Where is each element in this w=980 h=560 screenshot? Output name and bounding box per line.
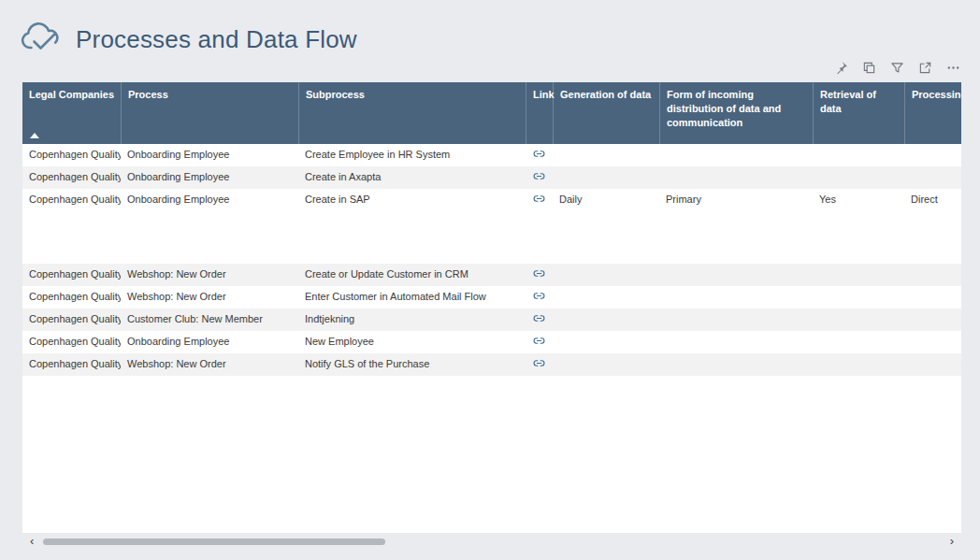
column-header-label: Link (533, 89, 555, 100)
cell-legal: Copenhagen Quality (22, 166, 121, 189)
cell-form (659, 309, 813, 331)
link-icon (533, 335, 545, 347)
cell-process: Webshop: New Order (121, 264, 298, 286)
pin-icon[interactable] (831, 58, 851, 78)
table-row[interactable]: Copenhagen QualityWebshop: New OrderCrea… (22, 264, 961, 286)
cell-retrieval (813, 264, 904, 286)
table-row[interactable]: Copenhagen QualityOnboarding EmployeeCre… (22, 144, 961, 166)
link-cell[interactable] (526, 309, 553, 331)
column-header-label: Subprocess (306, 89, 365, 100)
copy-visual-icon[interactable] (859, 58, 879, 78)
scrollbar-thumb[interactable] (43, 538, 385, 545)
cell-legal: Copenhagen Quality (22, 144, 121, 166)
table-row[interactable]: Copenhagen QualityOnboarding EmployeeCre… (22, 189, 961, 264)
cell-subprocess: Create Employee in HR System (298, 144, 526, 166)
link-icon (533, 193, 545, 205)
cell-process: Onboarding Employee (121, 144, 298, 166)
cloud-check-icon (21, 21, 64, 58)
column-header[interactable]: Retrieval of data (813, 82, 904, 144)
column-header[interactable]: Process (121, 82, 298, 144)
cell-retrieval (813, 144, 904, 166)
cell-generation (553, 144, 659, 166)
cell-subprocess: Indtjekning (298, 309, 526, 331)
cell-process: Customer Club: New Member (121, 309, 298, 331)
table-row[interactable]: Copenhagen QualityCustomer Club: New Mem… (22, 309, 961, 331)
column-header[interactable]: Legal Companies (22, 82, 121, 144)
cell-retrieval (813, 286, 904, 309)
cell-generation: Daily (553, 189, 659, 264)
cell-retrieval (813, 309, 904, 331)
link-icon (533, 290, 545, 302)
link-cell[interactable] (526, 353, 553, 376)
column-header-label: Process (128, 89, 168, 100)
cell-generation (553, 353, 659, 376)
column-header[interactable]: Link (526, 82, 553, 144)
cell-form (659, 353, 813, 376)
link-cell[interactable] (526, 189, 553, 264)
column-header[interactable]: Generation of data (553, 82, 659, 144)
cell-processing (904, 309, 961, 331)
table-row[interactable]: Copenhagen QualityWebshop: New OrderEnte… (22, 286, 961, 309)
cell-process: Onboarding Employee (121, 331, 298, 353)
scroll-left-icon[interactable]: ‹ (30, 534, 34, 549)
column-header-label: Generation of data (560, 89, 651, 100)
cell-form (659, 331, 813, 353)
cell-subprocess: Notify GLS of the Purchase (298, 353, 526, 376)
cell-subprocess: Create in Axapta (298, 166, 526, 189)
column-header-label: Processing (912, 89, 961, 100)
column-header-label: Legal Companies (29, 89, 114, 100)
table-header-row: Legal CompaniesProcessSubprocessLinkGene… (22, 82, 961, 144)
table-visual: Legal CompaniesProcessSubprocessLinkGene… (22, 82, 961, 533)
column-header[interactable]: Subprocess (298, 82, 526, 144)
page-header: Processes and Data Flow (21, 21, 357, 58)
cell-processing (904, 264, 961, 286)
cell-generation (553, 166, 659, 189)
column-header-label: Form of incoming distribution of data an… (667, 89, 781, 128)
cell-legal: Copenhagen Quality (22, 264, 121, 286)
cell-processing: Direct (904, 189, 961, 264)
table-body: Copenhagen QualityOnboarding EmployeeCre… (22, 144, 961, 376)
visual-toolbar (831, 58, 963, 78)
cell-process: Webshop: New Order (121, 353, 298, 376)
cell-processing (904, 166, 961, 189)
cell-form (659, 264, 813, 286)
cell-generation (553, 331, 659, 353)
column-header[interactable]: Processing (904, 82, 961, 144)
cell-processing (904, 286, 961, 309)
table-row[interactable]: Copenhagen QualityWebshop: New OrderNoti… (22, 353, 961, 376)
scroll-right-icon[interactable]: › (950, 534, 954, 549)
cell-generation (553, 286, 659, 309)
cell-form (659, 144, 813, 166)
link-cell[interactable] (526, 264, 553, 286)
link-cell[interactable] (526, 286, 553, 309)
link-icon (533, 312, 545, 324)
cell-processing (904, 331, 961, 353)
cell-form: Primary (659, 189, 813, 264)
cell-legal: Copenhagen Quality (22, 353, 121, 376)
column-header[interactable]: Form of incoming distribution of data an… (659, 82, 813, 144)
cell-processing (904, 144, 961, 166)
cell-legal: Copenhagen Quality (22, 309, 121, 331)
link-icon (533, 267, 545, 280)
cell-legal: Copenhagen Quality (22, 286, 121, 309)
cell-form (659, 286, 813, 309)
cell-form (659, 166, 813, 189)
cell-retrieval: Yes (813, 189, 904, 264)
link-cell[interactable] (526, 144, 553, 166)
link-icon (533, 148, 545, 160)
table-row[interactable]: Copenhagen QualityOnboarding EmployeeNew… (22, 331, 961, 353)
table-row[interactable]: Copenhagen QualityOnboarding EmployeeCre… (22, 166, 961, 189)
cell-retrieval (813, 353, 904, 376)
filter-icon[interactable] (887, 58, 907, 78)
cell-generation (553, 309, 659, 331)
cell-retrieval (813, 166, 904, 189)
cell-process: Onboarding Employee (121, 189, 298, 264)
link-cell[interactable] (526, 331, 553, 353)
cell-subprocess: New Employee (298, 331, 526, 353)
sort-ascending-icon (30, 133, 39, 138)
cell-subprocess: Enter Customer in Automated Mail Flow (298, 286, 526, 309)
more-options-icon[interactable] (944, 58, 963, 78)
horizontal-scrollbar: ‹ › (22, 534, 961, 549)
link-cell[interactable] (526, 166, 553, 189)
focus-mode-icon[interactable] (915, 58, 935, 78)
